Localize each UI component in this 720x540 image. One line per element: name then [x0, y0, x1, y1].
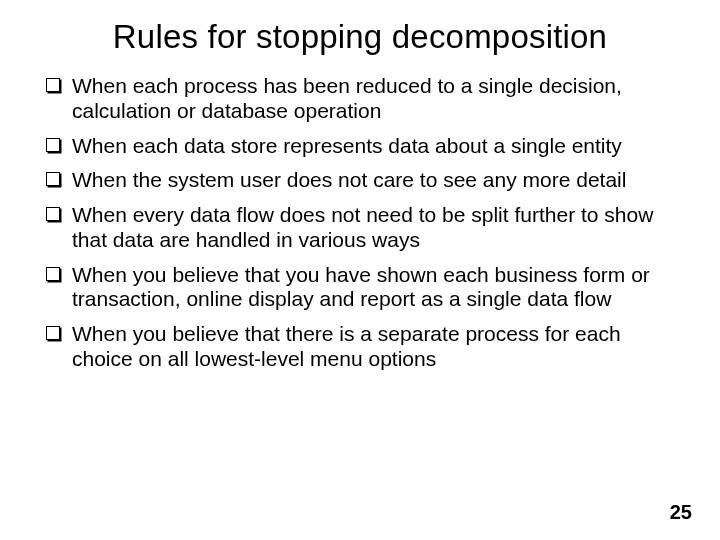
bullet-list: When each process has been reduced to a … [46, 74, 680, 372]
list-item: When you believe that you have shown eac… [46, 263, 680, 313]
bullet-text: When the system user does not care to se… [72, 168, 626, 191]
slide-title: Rules for stopping decomposition [40, 18, 680, 56]
page-number: 25 [670, 501, 692, 524]
hollow-square-icon [46, 267, 60, 281]
hollow-square-icon [46, 78, 60, 92]
hollow-square-icon [46, 207, 60, 221]
bullet-text: When you believe that you have shown eac… [72, 263, 650, 311]
list-item: When every data flow does not need to be… [46, 203, 680, 253]
slide: Rules for stopping decomposition When ea… [0, 0, 720, 540]
bullet-text: When every data flow does not need to be… [72, 203, 653, 251]
bullet-text: When each process has been reduced to a … [72, 74, 622, 122]
list-item: When each process has been reduced to a … [46, 74, 680, 124]
hollow-square-icon [46, 138, 60, 152]
bullet-text: When each data store represents data abo… [72, 134, 622, 157]
hollow-square-icon [46, 326, 60, 340]
list-item: When each data store represents data abo… [46, 134, 680, 159]
hollow-square-icon [46, 172, 60, 186]
list-item: When the system user does not care to se… [46, 168, 680, 193]
bullet-text: When you believe that there is a separat… [72, 322, 621, 370]
list-item: When you believe that there is a separat… [46, 322, 680, 372]
